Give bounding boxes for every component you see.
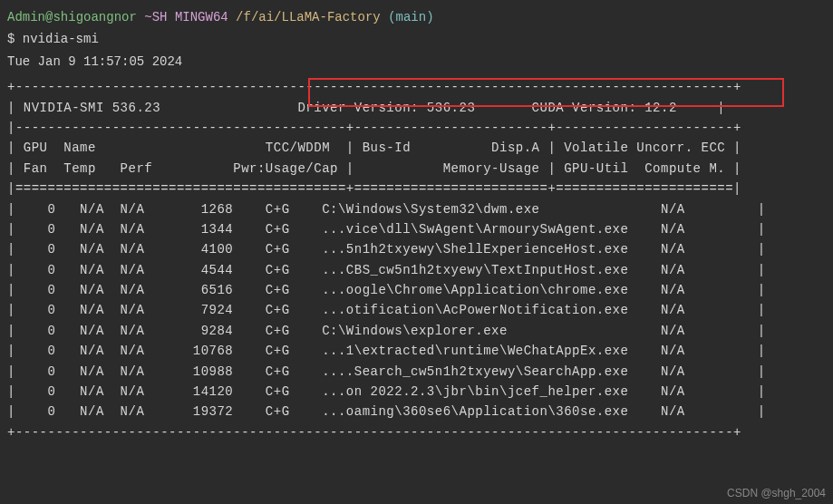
process-row: | 0 N/A N/A 14120 C+G ...on 2022.2.3\jbr… [7,382,826,402]
process-row: | 0 N/A N/A 10768 C+G ...1\extracted\run… [7,341,826,361]
process-list: | 0 N/A N/A 1268 C+G C:\Windows\System32… [7,199,826,422]
command-line[interactable]: $ nvidia-smi [7,29,826,49]
version-line: | NVIDIA-SMI 536.23 Driver Version: 536.… [7,98,826,118]
process-row: | 0 N/A N/A 19372 C+G ...oaming\360se6\A… [7,402,826,422]
column-header-1: | GPU Name TCC/WDDM | Bus-Id Disp.A | Vo… [7,138,826,158]
divider: |=======================================… [7,179,826,199]
prompt-tool: ~SH [144,10,167,24]
process-row: | 0 N/A N/A 9284 C+G C:\Windows\explorer… [7,321,826,341]
process-row: | 0 N/A N/A 1344 C+G ...vice\dll\SwAgent… [7,219,826,239]
prompt-host: shigoangnor [53,10,136,24]
process-row: | 0 N/A N/A 7924 C+G ...otification\AcPo… [7,300,826,320]
border-bottom: +---------------------------------------… [7,422,826,442]
process-row: | 0 N/A N/A 1268 C+G C:\Windows\System32… [7,199,826,219]
output-timestamp: Tue Jan 9 11:57:05 2024 [7,52,826,72]
process-row: | 0 N/A N/A 6516 C+G ...oogle\Chrome\App… [7,280,826,300]
prompt-path: /f/ai/LLaMA-Factory [236,10,381,24]
process-row: | 0 N/A N/A 4544 C+G ...CBS_cw5n1h2txyew… [7,260,826,280]
column-header-2: | Fan Temp Perf Pwr:Usage/Cap | Memory-U… [7,159,826,179]
prompt-dollar: $ [7,32,23,46]
command-text: nvidia-smi [23,32,99,46]
prompt-branch: (main) [388,10,433,24]
process-row: | 0 N/A N/A 10988 C+G ....Search_cw5n1h2… [7,362,826,382]
prompt-sys: MINGW64 [175,10,228,24]
border-top: +---------------------------------------… [7,77,826,97]
process-row: | 0 N/A N/A 4100 C+G ...5n1h2txyewy\Shel… [7,239,826,259]
watermark: CSDN @shgh_2004 [727,485,826,502]
prompt-user: Admin [7,10,45,24]
sep-line-1: |---------------------------------------… [7,118,826,138]
shell-prompt: Admin@shigoangnor ~SH MINGW64 /f/ai/LLaM… [7,7,826,27]
